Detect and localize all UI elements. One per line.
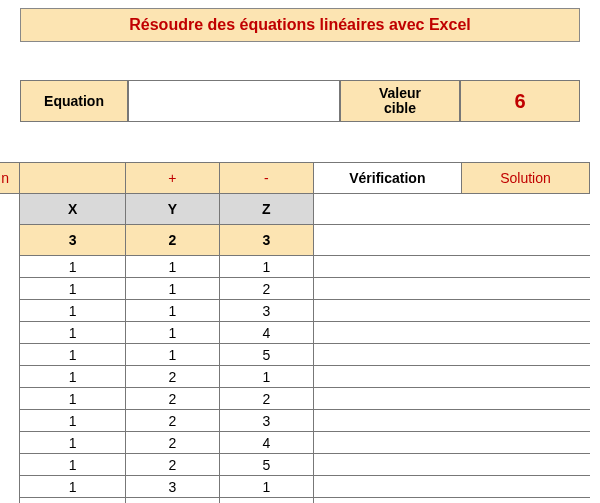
page-title: Résoudre des équations linéaires avec Ex… <box>20 8 580 42</box>
var-y-header: Y <box>126 194 220 225</box>
coeff-z[interactable]: 3 <box>219 225 313 256</box>
cell-x[interactable]: 1 <box>20 300 126 322</box>
col-header-plus: + <box>126 163 220 194</box>
cell-y[interactable]: 3 <box>126 498 220 504</box>
cell-y[interactable]: 1 <box>126 278 220 300</box>
cell-x[interactable]: 1 <box>20 410 126 432</box>
equation-label: Equation <box>20 80 128 122</box>
cell-y[interactable]: 2 <box>126 410 220 432</box>
cell-z[interactable]: 1 <box>219 256 313 278</box>
cell-y[interactable]: 1 <box>126 322 220 344</box>
column-header-row: n + - Vérification Solution <box>0 163 590 194</box>
cell-x[interactable]: 1 <box>20 366 126 388</box>
cell-z[interactable]: 1 <box>219 476 313 498</box>
coeff-row: 3 2 3 <box>0 225 590 256</box>
cell-z[interactable]: 4 <box>219 432 313 454</box>
table-row: 114 <box>0 322 590 344</box>
cell-z[interactable]: 5 <box>219 344 313 366</box>
cell-x[interactable]: 1 <box>20 454 126 476</box>
table-row: 132 <box>0 498 590 504</box>
cell-x[interactable]: 1 <box>20 278 126 300</box>
target-label-line2: cible <box>384 101 416 116</box>
cell-y[interactable]: 2 <box>126 366 220 388</box>
cell-x[interactable]: 1 <box>20 322 126 344</box>
table-row: 122 <box>0 388 590 410</box>
cell-z[interactable]: 2 <box>219 278 313 300</box>
col-header-verification: Vérification <box>313 163 461 194</box>
variable-header-row: X Y Z <box>0 194 590 225</box>
equation-cell[interactable] <box>128 80 340 122</box>
cell-z[interactable]: 2 <box>219 498 313 504</box>
cell-x[interactable]: 1 <box>20 498 126 504</box>
cell-z[interactable]: 3 <box>219 410 313 432</box>
target-value-cell[interactable]: 6 <box>460 80 580 122</box>
table-row: 115 <box>0 344 590 366</box>
cell-y[interactable]: 2 <box>126 432 220 454</box>
data-table: n + - Vérification Solution X Y Z 3 2 3 … <box>0 162 590 503</box>
cell-y[interactable]: 1 <box>126 256 220 278</box>
cell-y[interactable]: 1 <box>126 344 220 366</box>
cell-z[interactable]: 1 <box>219 366 313 388</box>
table-row: 124 <box>0 432 590 454</box>
var-z-header: Z <box>219 194 313 225</box>
left-frag: n <box>0 163 20 194</box>
coeff-x[interactable]: 3 <box>20 225 126 256</box>
cell-y[interactable]: 2 <box>126 388 220 410</box>
cell-x[interactable]: 1 <box>20 344 126 366</box>
target-label: Valeur cible <box>340 80 460 122</box>
cell-x[interactable]: 1 <box>20 432 126 454</box>
cell-z[interactable]: 3 <box>219 300 313 322</box>
var-x-header: X <box>20 194 126 225</box>
cell-y[interactable]: 1 <box>126 300 220 322</box>
table-row: 111 <box>0 256 590 278</box>
cell-x[interactable]: 1 <box>20 388 126 410</box>
header-row: Equation Valeur cible 6 <box>20 80 580 122</box>
table-row: 125 <box>0 454 590 476</box>
col-header-solution: Solution <box>461 163 589 194</box>
col-header-b <box>20 163 126 194</box>
col-header-minus: - <box>219 163 313 194</box>
cell-y[interactable]: 2 <box>126 454 220 476</box>
cell-z[interactable]: 4 <box>219 322 313 344</box>
cell-z[interactable]: 5 <box>219 454 313 476</box>
table-row: 131 <box>0 476 590 498</box>
cell-z[interactable]: 2 <box>219 388 313 410</box>
cell-y[interactable]: 3 <box>126 476 220 498</box>
table-row: 121 <box>0 366 590 388</box>
coeff-y[interactable]: 2 <box>126 225 220 256</box>
table-row: 113 <box>0 300 590 322</box>
cell-x[interactable]: 1 <box>20 256 126 278</box>
cell-x[interactable]: 1 <box>20 476 126 498</box>
target-label-line1: Valeur <box>379 86 421 101</box>
table-row: 123 <box>0 410 590 432</box>
table-row: 112 <box>0 278 590 300</box>
